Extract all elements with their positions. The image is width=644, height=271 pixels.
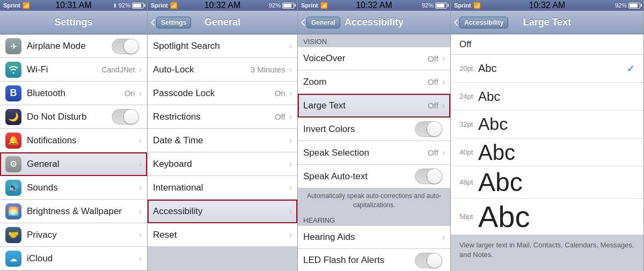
keyboard-label: Keyboard (153, 159, 288, 170)
autolock-item[interactable]: Auto-Lock 3 Minutes › (148, 58, 297, 82)
hearing-list: Hearing Aids › LED Flash for Alerts OFF (298, 225, 450, 271)
wifi-icon-3: 📶 (320, 2, 328, 9)
battery-area-4: 92% (615, 2, 640, 9)
privacy-icon: 🤝 (5, 227, 21, 243)
keyboard-item[interactable]: Keyboard › (148, 152, 297, 176)
accessibility-item[interactable]: Accessibility › (148, 200, 297, 223)
battery-pct-1: 92% (119, 2, 130, 9)
notifications-label: Notifications (27, 135, 138, 146)
notifications-item[interactable]: 🔔 Notifications › (0, 129, 147, 152)
lt-sizes-list: 20pt Abc ✓ 24pt Abc 32pt Abc 40pt Abc 48… (451, 55, 643, 235)
bluetooth-chevron: › (139, 89, 142, 98)
wifi-icon (5, 62, 21, 78)
nav-bar-2: Settings General (148, 11, 297, 34)
lt-pt-20: 20pt (459, 64, 478, 72)
speakselection-value: Off (428, 148, 438, 157)
datetime-item[interactable]: Date & Time › (148, 129, 297, 152)
ledflash-item[interactable]: LED Flash for Alerts OFF (298, 249, 450, 271)
lt-size-20pt[interactable]: 20pt Abc ✓ (451, 55, 643, 83)
airplane-mode-item[interactable]: ✈ Airplane Mode OFF (0, 34, 147, 58)
lt-size-24pt[interactable]: 24pt Abc (451, 83, 643, 111)
back-btn-4-wrap: Accessibility (454, 17, 508, 28)
accessibility-content: Vision VoiceOver Off › Zoom Off › Large … (298, 34, 450, 271)
back-btn-3[interactable]: General (301, 17, 340, 28)
nav-bar-4: Accessibility Large Text (451, 11, 643, 34)
general-item[interactable]: ⚙ General › (0, 152, 147, 176)
airplane-label: Airplane Mode (27, 41, 112, 52)
voiceover-label: VoiceOver (303, 53, 428, 64)
lt-size-56pt[interactable]: 56pt Abc (451, 199, 643, 235)
icloud-item[interactable]: ☁ iCloud › (0, 247, 147, 270)
wifi-value: CandJNet (101, 65, 135, 74)
international-item[interactable]: International › (148, 176, 297, 200)
restrictions-label: Restrictions (153, 112, 275, 122)
speakautotext-item[interactable]: Speak Auto-text OFF (298, 165, 450, 188)
sounds-label: Sounds (27, 182, 138, 193)
ledflash-toggle[interactable]: OFF (415, 253, 442, 268)
nav-title-1: Settings (54, 17, 92, 28)
restrictions-value: Off (275, 112, 286, 121)
wifi-icon-1: 📶 (23, 2, 30, 9)
invertcolors-toggle[interactable]: OFF (415, 121, 442, 137)
wifi-chevron: › (139, 65, 142, 75)
accessibility-label: Accessibility (153, 206, 288, 217)
invertcolors-item[interactable]: Invert Colors OFF (298, 118, 450, 141)
battery-area-1: ⬆ 92% (113, 2, 144, 9)
spotlight-item[interactable]: Spotlight Search › (148, 34, 297, 58)
bluetooth-item[interactable]: B Bluetooth On › (0, 82, 147, 105)
donotdisturb-toggle[interactable]: OFF (112, 109, 139, 124)
lt-off-item[interactable]: Off (451, 34, 643, 55)
nav-bar-1: Settings (0, 11, 147, 34)
hearingaids-item[interactable]: Hearing Aids › (298, 225, 450, 249)
back-btn-4[interactable]: Accessibility (454, 17, 508, 28)
passcode-chevron: › (289, 89, 292, 98)
speakselection-item[interactable]: Speak Selection Off › (298, 141, 450, 165)
ledflash-label: LED Flash for Alerts (303, 255, 415, 266)
lt-check-20: ✓ (627, 63, 635, 75)
battery-area-2: 92% (269, 2, 294, 9)
invertcolors-knob (427, 122, 442, 136)
lt-pt-32: 32pt (459, 120, 478, 128)
back-btn-2[interactable]: Settings (151, 17, 191, 28)
restrictions-item[interactable]: Restrictions Off › (148, 105, 297, 129)
speakautotext-toggle[interactable]: OFF (415, 169, 442, 184)
airplane-toggle[interactable]: OFF (112, 39, 139, 54)
dnd-toggle-knob (124, 109, 138, 124)
status-bar-1: Sprint 📶 10:31 AM ⬆ 92% (0, 0, 147, 11)
battery-icon-4 (628, 3, 640, 9)
lt-size-40pt[interactable]: 40pt Abc (451, 138, 643, 166)
general-label: General (27, 159, 138, 170)
carrier-2: Sprint (151, 2, 168, 9)
zoom-item[interactable]: Zoom Off › (298, 70, 450, 94)
voiceover-item[interactable]: VoiceOver Off › (298, 47, 450, 70)
nav-title-4: Large Text (523, 17, 572, 28)
sounds-item[interactable]: 🔊 Sounds › (0, 176, 147, 200)
airplane-icon: ✈ (5, 38, 21, 54)
notifications-icon: 🔔 (5, 133, 21, 149)
spotlight-chevron: › (289, 41, 292, 51)
brightness-item[interactable]: 🌅 Brightness & Wallpaper › (0, 200, 147, 223)
lt-size-32pt[interactable]: 32pt Abc (451, 111, 643, 138)
wifi-item[interactable]: Wi-Fi CandJNet › (0, 58, 147, 82)
battery-icon-3 (435, 3, 447, 9)
sounds-chevron: › (139, 183, 142, 193)
sounds-icon: 🔊 (5, 180, 21, 196)
lt-pt-24: 24pt (459, 92, 478, 100)
bluetooth-value: On (125, 89, 135, 98)
privacy-item[interactable]: 🤝 Privacy › (0, 223, 147, 247)
battery-pct-4: 92% (615, 2, 627, 9)
voiceover-chevron: › (442, 54, 445, 63)
lt-size-48pt[interactable]: 48pt Abc (451, 166, 643, 199)
nav-title-3: Accessibility (345, 17, 404, 28)
lt-sample-56: Abc (478, 202, 635, 232)
icloud-label: iCloud (27, 253, 138, 264)
passcode-item[interactable]: Passcode Lock On › (148, 82, 297, 105)
largetext-item[interactable]: Large Text Off › (298, 94, 450, 118)
status-bar-3: Sprint 📶 10:32 AM 92% (298, 0, 450, 11)
accessibility-screen: Sprint 📶 10:32 AM 92% General Accessibil… (298, 0, 451, 271)
brightness-label: Brightness & Wallpaper (27, 206, 138, 217)
battery-area-3: 92% (422, 2, 447, 9)
donotdisturb-item[interactable]: 🌙 Do Not Disturb OFF (0, 105, 147, 129)
reset-item[interactable]: Reset › (148, 223, 297, 247)
bluetooth-label: Bluetooth (27, 88, 125, 99)
